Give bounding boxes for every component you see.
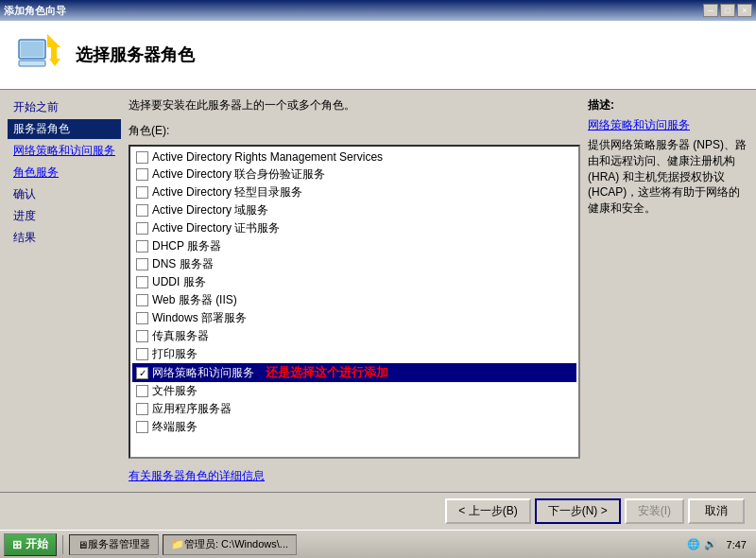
svg-marker-3 xyxy=(47,34,60,47)
role-label: 传真服务器 xyxy=(152,328,209,344)
desc-text: 提供网络策略服务器 (NPS)、路由和远程访问、健康注册机构 (HRA) 和主机… xyxy=(588,137,748,217)
sidebar-item-role-services[interactable]: 角色服务 xyxy=(8,163,121,183)
role-checkbox[interactable] xyxy=(136,204,148,217)
role-checkbox[interactable] xyxy=(136,258,148,270)
description-panel: 描述: 网络策略和访问服务 提供网络策略服务器 (NPS)、路由和远程访问、健康… xyxy=(588,97,748,484)
role-label: 应用程序服务器 xyxy=(152,401,232,417)
next-button[interactable]: 下一步(N) > xyxy=(535,498,621,524)
network-icon: 🌐 xyxy=(687,538,700,550)
taskbar-item-server-manager[interactable]: 🖥 服务器管理器 xyxy=(69,534,159,555)
role-label: DNS 服务器 xyxy=(152,256,214,272)
instruction-text: 选择要安装在此服务器上的一个或多个角色。 xyxy=(129,97,580,113)
role-checkbox[interactable] xyxy=(136,330,148,342)
role-checkbox[interactable]: ✓ xyxy=(136,367,148,379)
role-item[interactable]: Active Directory 轻型目录服务 xyxy=(132,183,576,201)
role-checkbox[interactable] xyxy=(136,186,148,199)
role-checkbox[interactable] xyxy=(136,276,148,288)
svg-marker-5 xyxy=(49,59,60,66)
desc-title: 描述: xyxy=(588,97,748,113)
role-label: Active Directory Rights Management Servi… xyxy=(152,150,383,164)
role-item[interactable]: 打印服务 xyxy=(132,345,576,363)
role-label: Active Directory 证书服务 xyxy=(152,220,280,236)
role-label: 终端服务 xyxy=(152,419,198,435)
main-content: 选择要安装在此服务器上的一个或多个角色。 角色(E): Active Direc… xyxy=(129,97,580,484)
annotation-text: 还是选择这个进行添加 xyxy=(266,364,388,381)
taskbar-separator xyxy=(62,535,63,554)
start-icon: ⊞ xyxy=(12,538,22,551)
time-display: 7:47 xyxy=(721,537,752,552)
prev-button[interactable]: < 上一步(B) xyxy=(445,498,530,524)
svg-rect-2 xyxy=(19,61,45,66)
role-checkbox[interactable] xyxy=(136,222,148,235)
header-title: 选择服务器角色 xyxy=(76,44,195,66)
role-label: 打印服务 xyxy=(152,346,198,362)
dialog-content: 开始之前 服务器角色 网络策略和访问服务 角色服务 确认 进度 结果 选择要安装… xyxy=(0,90,756,492)
role-checkbox[interactable] xyxy=(136,168,148,181)
volume-icon: 🔊 xyxy=(704,538,717,550)
svg-rect-4 xyxy=(51,47,57,59)
dialog-buttons: < 上一步(B) 下一步(N) > 安装(I) 取消 xyxy=(0,492,756,530)
role-checkbox[interactable] xyxy=(136,421,148,433)
role-label: Windows 部署服务 xyxy=(152,310,247,326)
maximize-button[interactable]: □ xyxy=(720,4,735,17)
role-item[interactable]: Active Directory Rights Management Servi… xyxy=(132,148,576,166)
server-manager-icon: 🖥 xyxy=(77,539,88,550)
role-item[interactable]: 文件服务 xyxy=(132,382,576,400)
role-item[interactable]: 应用程序服务器 xyxy=(132,400,576,418)
roles-list[interactable]: Active Directory Rights Management Servi… xyxy=(129,145,580,459)
role-label: 文件服务 xyxy=(152,383,198,399)
more-info-link[interactable]: 有关服务器角色的详细信息 xyxy=(129,468,580,484)
sidebar-item-start[interactable]: 开始之前 xyxy=(8,97,121,117)
role-item[interactable]: 传真服务器 xyxy=(132,327,576,345)
role-checkbox[interactable] xyxy=(136,151,148,164)
role-item[interactable]: Web 服务器 (IIS) xyxy=(132,291,576,309)
role-label: 网络策略和访问服务 xyxy=(152,365,254,381)
sidebar-item-roles[interactable]: 服务器角色 xyxy=(8,119,121,139)
svg-rect-1 xyxy=(21,42,43,57)
role-checkbox[interactable] xyxy=(136,294,148,306)
close-button[interactable]: × xyxy=(737,4,752,17)
role-label: Active Directory 轻型目录服务 xyxy=(152,184,302,201)
title-text: 添加角色向导 xyxy=(4,4,66,18)
header-icon xyxy=(15,32,60,78)
cancel-button[interactable]: 取消 xyxy=(688,498,745,524)
role-item[interactable]: UDDI 服务 xyxy=(132,273,576,291)
start-button[interactable]: ⊞ 开始 xyxy=(4,533,57,556)
minimize-button[interactable]: ─ xyxy=(703,4,718,17)
sidebar-item-confirm[interactable]: 确认 xyxy=(8,184,121,204)
sidebar-item-progress[interactable]: 进度 xyxy=(8,206,121,226)
taskbar-item-admin[interactable]: 📁 管理员: C:\Windows\... xyxy=(163,534,297,555)
role-checkbox[interactable] xyxy=(136,385,148,397)
desc-link[interactable]: 网络策略和访问服务 xyxy=(588,117,748,133)
role-item[interactable]: DHCP 服务器 xyxy=(132,237,576,255)
title-buttons: ─ □ × xyxy=(703,4,752,17)
role-item[interactable]: Active Directory 域服务 xyxy=(132,201,576,219)
role-checkbox[interactable] xyxy=(136,240,148,253)
role-checkbox[interactable] xyxy=(136,348,148,360)
role-label: UDDI 服务 xyxy=(152,274,206,290)
role-item[interactable]: Active Directory 证书服务 xyxy=(132,219,576,237)
role-label: Active Directory 域服务 xyxy=(152,202,268,218)
start-label: 开始 xyxy=(26,536,48,552)
role-item[interactable]: ✓网络策略和访问服务还是选择这个进行添加 xyxy=(132,363,576,382)
install-button[interactable]: 安装(I) xyxy=(625,498,684,524)
title-bar: 添加角色向导 ─ □ × xyxy=(0,0,756,21)
role-item[interactable]: Windows 部署服务 xyxy=(132,309,576,327)
role-label: Active Directory 联合身份验证服务 xyxy=(152,166,325,183)
dialog-header: 选择服务器角色 xyxy=(0,21,756,90)
role-item[interactable]: Active Directory 联合身份验证服务 xyxy=(132,166,576,183)
role-item[interactable]: 终端服务 xyxy=(132,418,576,436)
role-label: Web 服务器 (IIS) xyxy=(152,292,237,308)
role-checkbox[interactable] xyxy=(136,312,148,324)
sidebar-item-results[interactable]: 结果 xyxy=(8,228,121,248)
role-label: DHCP 服务器 xyxy=(152,238,221,254)
taskbar: ⊞ 开始 🖥 服务器管理器 📁 管理员: C:\Windows\... 🌐 🔊 … xyxy=(0,530,756,558)
taskbar-right: 🌐 🔊 7:47 xyxy=(687,537,752,552)
role-item[interactable]: DNS 服务器 xyxy=(132,255,576,273)
roles-label: 角色(E): xyxy=(129,123,580,139)
sidebar: 开始之前 服务器角色 网络策略和访问服务 角色服务 确认 进度 结果 xyxy=(8,97,121,484)
role-checkbox[interactable] xyxy=(136,403,148,415)
dialog: 选择服务器角色 开始之前 服务器角色 网络策略和访问服务 角色服务 确认 进度 … xyxy=(0,21,756,530)
admin-icon: 📁 xyxy=(171,538,184,550)
sidebar-item-network[interactable]: 网络策略和访问服务 xyxy=(8,141,121,161)
